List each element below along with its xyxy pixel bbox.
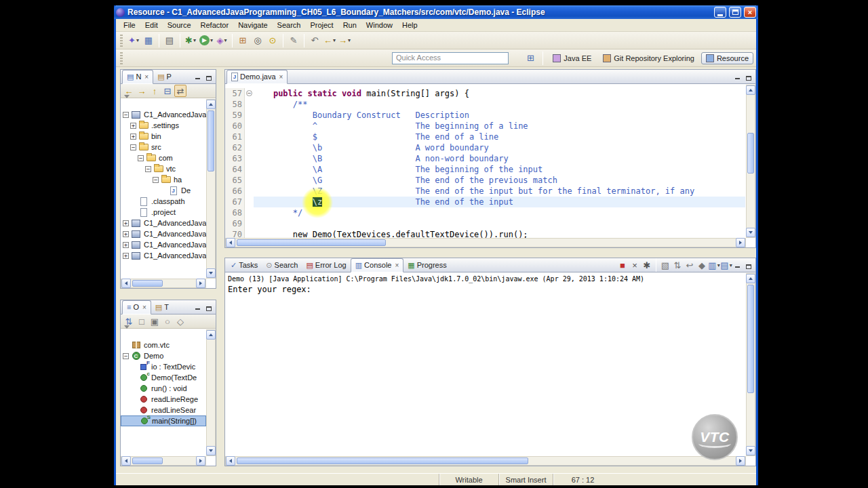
tree-item-readlinesear[interactable]: readLineSear	[121, 405, 206, 415]
remove-launch-button[interactable]: ×	[629, 259, 641, 271]
pin-console-button[interactable]: ◆	[696, 259, 708, 271]
run-button[interactable]: ▶▾	[198, 33, 214, 48]
hide-local-types-button[interactable]: ◇	[174, 315, 186, 327]
link-with-editor-button[interactable]: ⇄	[174, 85, 186, 97]
scroll-lock-button[interactable]: ⇅	[671, 259, 684, 271]
collapse-icon[interactable]: −	[153, 177, 159, 183]
console-maximize-button[interactable]	[744, 261, 753, 269]
console-tab-error-log[interactable]: ▤Error Log	[302, 258, 350, 272]
close-button[interactable]: ×	[744, 7, 756, 18]
new-wizard-dropdown-icon[interactable]: ▾	[136, 37, 139, 43]
scroll-down-button[interactable]	[746, 446, 755, 455]
scroll-thumb[interactable]	[132, 280, 163, 287]
expand-icon[interactable]: +	[130, 123, 136, 129]
tree-item-io-textdevic[interactable]: Fio : TextDevic	[121, 361, 206, 372]
scroll-right-button[interactable]	[736, 456, 745, 466]
scroll-left-button[interactable]	[121, 456, 131, 466]
collapse-icon[interactable]: −	[123, 353, 129, 359]
perspective-git-repository-exploring[interactable]: Git Repository Exploring	[598, 52, 699, 64]
editor-maximize-button[interactable]	[744, 73, 753, 81]
hide-fields-button[interactable]: □	[136, 315, 148, 327]
expand-icon[interactable]: +	[123, 242, 129, 248]
console-vscrollbar[interactable]	[746, 273, 755, 456]
tree-item--classpath[interactable]: .classpath	[121, 196, 206, 207]
tree-item-c1-advancedjava[interactable]: +C1_AdvancedJava	[121, 239, 206, 250]
tree-item-com-vtc[interactable]: com.vtc	[121, 340, 206, 350]
console-tab-console[interactable]: ▥Console×	[351, 258, 404, 272]
collapse-icon[interactable]: −	[123, 112, 129, 118]
tree-item-c1-advancedjava[interactable]: −C1_AdvancedJava	[121, 109, 206, 120]
debug-dropdown-icon[interactable]: ▾	[193, 37, 196, 43]
tree-item-src[interactable]: −src	[121, 142, 206, 152]
scroll-down-button[interactable]	[206, 268, 216, 278]
navigator-tab-package-explorer[interactable]: ▤P	[153, 70, 176, 84]
forward-button[interactable]: →▾	[337, 33, 352, 48]
search-button[interactable]: ⊙	[265, 33, 280, 48]
outline-vscrollbar[interactable]	[206, 329, 216, 456]
tree-item-demo-textde[interactable]: cDemo(TextDe	[121, 372, 206, 383]
close-tab-icon[interactable]: ×	[142, 304, 146, 311]
code-editor[interactable]: 57− public static void main(String[] arg…	[225, 85, 745, 238]
perspective-java-ee[interactable]: Java EE	[548, 52, 596, 64]
outline-tab-templates[interactable]: ▤T	[151, 300, 173, 314]
editor-minimize-button[interactable]	[732, 73, 742, 81]
collapse-icon[interactable]: −	[130, 144, 136, 150]
scroll-up-button[interactable]	[206, 100, 216, 109]
menu-navigate[interactable]: Navigate	[233, 20, 272, 30]
scroll-left-button[interactable]	[226, 238, 235, 247]
tree-item-main-string-[interactable]: Smain(String[])	[121, 415, 206, 426]
scroll-left-button[interactable]	[226, 456, 235, 466]
tree-item-demo[interactable]: −CDemo	[121, 350, 206, 361]
outline-maximize-button[interactable]	[204, 303, 214, 311]
scroll-right-button[interactable]	[196, 279, 205, 288]
forward-button[interactable]: →	[136, 85, 148, 97]
title-bar[interactable]: Resource - C1_AdvancedJavaProgramming_CH…	[114, 5, 758, 19]
menu-source[interactable]: Source	[163, 20, 196, 30]
scroll-thumb[interactable]	[208, 110, 214, 171]
outline-hscrollbar[interactable]	[121, 456, 206, 466]
console-output[interactable]: Enter your regex:	[225, 283, 755, 296]
tree-item-readlinerege[interactable]: readLineRege	[121, 394, 206, 405]
scroll-thumb[interactable]	[237, 239, 386, 246]
print-button[interactable]: ▤	[162, 33, 177, 48]
console-tab-progress[interactable]: ▦Progress	[403, 258, 450, 272]
scroll-up-button[interactable]	[746, 85, 755, 95]
debug-button[interactable]: ✱▾	[183, 33, 198, 48]
maximize-button[interactable]	[729, 7, 741, 18]
menu-edit[interactable]: Edit	[140, 20, 163, 30]
menu-file[interactable]: File	[119, 20, 140, 30]
outline-minimize-button[interactable]	[193, 303, 202, 311]
mark-occurrences-button[interactable]: ✎	[286, 33, 301, 48]
editor-tab-demo-java[interactable]: J Demo.java ×	[226, 70, 288, 84]
expand-icon[interactable]: +	[123, 231, 129, 237]
run-dropdown-icon[interactable]: ▾	[210, 37, 213, 43]
last-edit-location-button[interactable]: ↶	[307, 33, 322, 48]
scroll-thumb[interactable]	[237, 458, 528, 464]
back-button[interactable]: ←▾	[322, 33, 337, 48]
external-tools-button[interactable]: ◈▾	[214, 33, 229, 48]
quick-access-input[interactable]: Quick Access	[392, 52, 509, 64]
scroll-up-button[interactable]	[206, 330, 216, 340]
terminate-button[interactable]: ■	[616, 259, 629, 271]
external-tools-dropdown-icon[interactable]: ▾	[224, 37, 227, 43]
remove-all-launches-button[interactable]: ✱	[641, 259, 653, 271]
navigator-tab-project-explorer[interactable]: ▤N×	[122, 70, 153, 84]
expand-icon[interactable]: +	[123, 220, 129, 226]
collapse-icon[interactable]: −	[138, 155, 144, 161]
outline-tree[interactable]: com.vtc−CDemoFio : TextDeviccDemo(TextDe…	[121, 340, 206, 456]
project-tree[interactable]: −C1_AdvancedJava+.settings+bin−src−com−v…	[121, 109, 206, 279]
up-button[interactable]: ↑	[149, 85, 161, 97]
tree-item-c1-advancedjava[interactable]: +C1_AdvancedJava	[121, 228, 206, 239]
scroll-left-button[interactable]	[121, 279, 131, 288]
scroll-thumb[interactable]	[132, 458, 163, 464]
navigator-vscrollbar[interactable]	[206, 99, 216, 279]
tree-item--settings[interactable]: +.settings	[121, 120, 206, 131]
menu-run[interactable]: Run	[338, 20, 361, 30]
open-type-button[interactable]: ◎	[250, 33, 265, 48]
new-wizard-button[interactable]: ✦▾	[126, 33, 141, 48]
editor-vscrollbar[interactable]	[746, 85, 755, 238]
clear-console-button[interactable]: ▧	[659, 259, 671, 271]
toolbar-drag-handle[interactable]	[120, 35, 123, 47]
menu-help[interactable]: Help	[397, 20, 422, 30]
scroll-thumb[interactable]	[747, 285, 754, 393]
